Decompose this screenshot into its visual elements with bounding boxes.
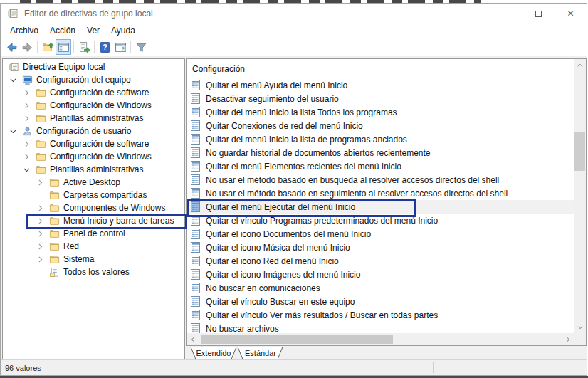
- back-arrow-button[interactable]: [4, 39, 19, 55]
- policy-item[interactable]: No buscar en comunicaciones: [187, 281, 574, 295]
- policy-item[interactable]: Quitar el icono Imágenes del menú Inicio: [187, 268, 574, 281]
- folder-icon: [49, 254, 60, 265]
- tree-item[interactable]: Plantillas administrativas: [3, 163, 184, 176]
- policy-item[interactable]: No buscar archivos: [187, 322, 574, 333]
- policy-item[interactable]: No usar el método basado en seguimiento …: [187, 187, 574, 200]
- menu-accion[interactable]: Acción: [44, 24, 81, 37]
- tree-item[interactable]: Menú Inicio y barra de tareas: [3, 214, 184, 227]
- all-values-icon: [49, 267, 60, 278]
- chevron-down-icon[interactable]: [9, 127, 18, 136]
- minimize-button[interactable]: [490, 4, 523, 23]
- tree-item[interactable]: Red: [3, 240, 184, 253]
- policy-item[interactable]: Quitar el menú Ejecutar del menú Inicio: [187, 200, 574, 214]
- scroll-right-button[interactable]: [562, 333, 574, 345]
- tree-item[interactable]: Componentes de Windows: [3, 201, 184, 214]
- scroll-up-button[interactable]: [574, 59, 586, 71]
- menu-ver[interactable]: Ver: [81, 24, 105, 37]
- tree-item[interactable]: Active Desktop: [3, 176, 184, 189]
- policy-item[interactable]: Quitar del menú Inicio la lista de progr…: [187, 132, 574, 146]
- policy-item[interactable]: Quitar el menú Elementos recientes del m…: [187, 159, 574, 173]
- tree-item[interactable]: Configuración de software: [3, 137, 184, 150]
- chevron-right-icon[interactable]: [22, 114, 31, 123]
- horizontal-scrollbar[interactable]: [187, 333, 574, 345]
- tree-item[interactable]: Configuración del equipo: [3, 73, 184, 86]
- chevron-right-icon[interactable]: [22, 88, 31, 98]
- policy-item[interactable]: Quitar el icono Red del menú Inicio: [187, 254, 574, 268]
- tree-item[interactable]: Sistema: [3, 253, 184, 266]
- chevron-right-icon[interactable]: [36, 229, 45, 238]
- tree-item[interactable]: Configuración de software: [3, 86, 184, 99]
- main-area: Directiva Equipo localConfiguración del …: [1, 56, 587, 359]
- tree-item[interactable]: Plantillas administrativas: [3, 112, 184, 125]
- chevron-right-icon[interactable]: [22, 140, 31, 149]
- scroll-down-button[interactable]: [574, 321, 586, 333]
- policy-item[interactable]: Quitar el icono Música del menú Inicio: [187, 241, 574, 254]
- policy-item-label: Quitar del menú Inicio la lista Todos lo…: [206, 107, 397, 117]
- tab-extendido[interactable]: Extendido: [191, 347, 236, 359]
- policy-item[interactable]: Quitar el vínculo Programas predetermina…: [187, 214, 574, 227]
- policy-item[interactable]: Quitar el vínculo Buscar en este equipo: [187, 295, 574, 308]
- chevron-down-icon[interactable]: [22, 165, 31, 174]
- policy-item-label: No guardar historial de documentos abier…: [206, 148, 431, 158]
- policy-item[interactable]: Quitar el icono Documentos del menú Inic…: [187, 227, 574, 241]
- filter-button[interactable]: [133, 39, 149, 55]
- close-icon: ✕: [567, 9, 574, 18]
- scroll-left-button[interactable]: [187, 333, 199, 345]
- forward-arrow-button[interactable]: [19, 39, 35, 55]
- chevron-right-icon[interactable]: [36, 204, 45, 213]
- policy-setting-icon: [191, 174, 200, 185]
- menu-ayuda[interactable]: Ayuda: [105, 24, 141, 37]
- show-action-pane-button[interactable]: [112, 39, 128, 55]
- chevron-right-icon[interactable]: [36, 216, 45, 226]
- policy-item[interactable]: Quitar el vínculo Ver más resultados / B…: [187, 308, 574, 322]
- close-button[interactable]: ✕: [555, 4, 587, 23]
- vertical-scrollbar-thumb[interactable]: [574, 132, 585, 171]
- tree-item[interactable]: Directiva Equipo local: [3, 61, 184, 73]
- policy-item-label: No usar el método basado en seguimiento …: [206, 189, 508, 199]
- policy-item-label: Quitar el vínculo Programas predetermina…: [206, 216, 438, 226]
- chevron-down-icon[interactable]: [9, 75, 18, 85]
- tree-item[interactable]: Todos los valores: [3, 266, 184, 278]
- tree-item[interactable]: Panel de control: [3, 227, 184, 240]
- chevron-right-icon[interactable]: [22, 152, 31, 162]
- tree-item-label: Configuración de Windows: [50, 100, 152, 110]
- maximize-button[interactable]: [523, 4, 555, 23]
- export-list-icon: [78, 41, 90, 53]
- policy-item[interactable]: No usar el método basado en búsqueda al …: [187, 173, 574, 187]
- folder-icon: [36, 139, 46, 149]
- list-column-header[interactable]: Configuración: [192, 64, 245, 74]
- tab-estandar[interactable]: Estándar: [238, 347, 283, 359]
- policy-item[interactable]: Quitar Conexiones de red del menú Inicio: [187, 119, 574, 132]
- tree-item[interactable]: Configuración de Windows: [3, 99, 184, 112]
- export-list-button[interactable]: [76, 39, 92, 55]
- help-button[interactable]: [97, 39, 112, 55]
- policy-item[interactable]: No guardar historial de documentos abier…: [187, 146, 574, 159]
- horizontal-scrollbar-thumb[interactable]: [201, 335, 393, 344]
- title-bar[interactable]: Editor de directivas de grupo local ✕: [1, 4, 587, 23]
- vertical-scrollbar[interactable]: [574, 59, 586, 333]
- tree-item-label: Sistema: [63, 254, 94, 264]
- chevron-right-icon[interactable]: [36, 242, 45, 251]
- gpedit-scroll-icon: [7, 8, 19, 19]
- gpedit-window: Editor de directivas de grupo local ✕ Ar…: [0, 3, 587, 376]
- policy-item-label: Quitar el icono Documentos del menú Inic…: [206, 229, 371, 239]
- tree-item[interactable]: Carpetas compartidas: [3, 189, 184, 201]
- chevron-right-icon[interactable]: [22, 101, 31, 110]
- tree-item[interactable]: Configuración de Windows: [3, 150, 184, 163]
- chevron-right-icon[interactable]: [36, 178, 45, 187]
- filter-icon: [135, 41, 147, 53]
- policy-setting-icon: [191, 134, 200, 145]
- policy-item-label: Quitar el menú Elementos recientes del m…: [206, 162, 401, 172]
- policy-item-label: No buscar archivos: [206, 324, 279, 334]
- policy-item-label: Quitar el icono Imágenes del menú Inicio: [206, 270, 360, 280]
- tree-item[interactable]: Configuración de usuario: [3, 125, 184, 137]
- chevron-right-icon[interactable]: [36, 255, 45, 264]
- menu-archivo[interactable]: Archivo: [4, 24, 44, 37]
- up-one-level-button[interactable]: [40, 39, 56, 55]
- policy-item[interactable]: Quitar el menú Ayuda del menú Inicio: [187, 78, 574, 92]
- policy-item[interactable]: Quitar del menú Inicio la lista Todos lo…: [187, 105, 574, 119]
- policy-item[interactable]: Desactivar seguimiento del usuario: [187, 92, 574, 105]
- show-console-tree-button[interactable]: [56, 39, 71, 55]
- policy-item-label: Quitar Conexiones de red del menú Inicio: [206, 121, 363, 131]
- tree-item-label: Componentes de Windows: [63, 203, 165, 213]
